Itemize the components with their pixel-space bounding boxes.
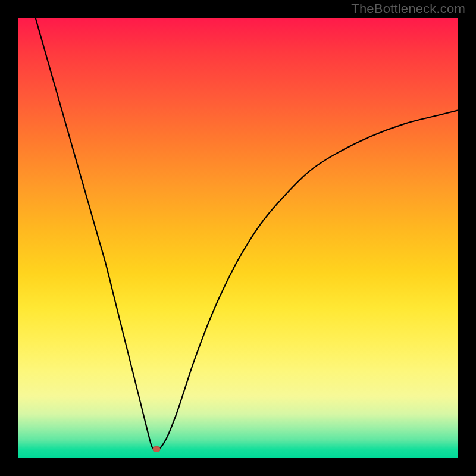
watermark-text: TheBottleneck.com — [351, 1, 465, 17]
bottleneck-curve — [36, 18, 458, 449]
optimal-point-marker — [153, 446, 161, 452]
bottleneck-chart — [18, 18, 458, 458]
curve-svg — [18, 18, 458, 458]
